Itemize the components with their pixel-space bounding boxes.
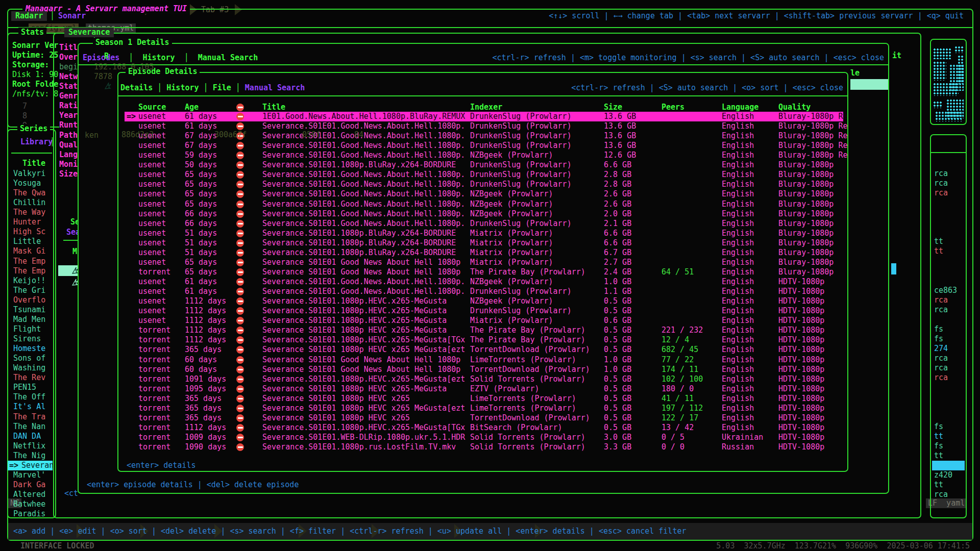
release-row[interactable]: torrent60 daysSeverance S01E01 Good News… — [125, 355, 843, 365]
series-row[interactable]: Mad Men — [8, 315, 53, 324]
release-age: 1112 days — [185, 316, 226, 325]
series-row-selected[interactable]: =>Severan — [8, 461, 53, 470]
series-row[interactable]: Batwhee — [8, 499, 53, 509]
episode-tab-manual-search[interactable]: Manual Search — [245, 83, 305, 92]
series-row[interactable]: Hunter — [8, 217, 53, 227]
release-row[interactable]: usenet67 daysSeverance.S01E01.Good.News.… — [125, 131, 843, 141]
season-tab-history[interactable]: History — [142, 53, 175, 62]
episode-tab-history[interactable]: History — [166, 83, 199, 92]
series-row[interactable]: The Off — [8, 392, 53, 402]
series-row[interactable]: Homeste — [8, 344, 53, 354]
episode-tab-file[interactable]: File — [213, 83, 231, 92]
managarr-tui: Tab #2Tab #3 config.yml themes.yml 192.1… — [0, 0, 980, 551]
series-row[interactable]: The Nan — [8, 422, 53, 432]
release-row[interactable]: usenet1112 daysSeverance.S01E01.1080p.HE… — [125, 316, 843, 325]
series-row[interactable]: Sons of — [8, 354, 53, 363]
tab-sonarr[interactable]: Sonarr — [58, 11, 86, 21]
tab-severance[interactable]: Severance — [64, 28, 114, 37]
release-source: usenet — [138, 306, 166, 316]
release-row[interactable]: torrent1091 daysSeverance.S01E01.1080p.H… — [125, 374, 843, 384]
release-row[interactable]: usenet65 daysSeverance.S01E01.Good.News.… — [125, 170, 843, 180]
release-age: 66 days — [185, 209, 217, 219]
release-row[interactable]: torrent1095 daysSeverance S01E01 1080p H… — [125, 384, 843, 394]
series-row[interactable]: Overflo — [8, 295, 53, 305]
release-row[interactable]: torrent1112 daysSeverance S01E01 1080p H… — [125, 325, 843, 335]
tab-radarr[interactable]: Radarr — [11, 11, 47, 21]
series-row[interactable]: The Emp — [8, 257, 53, 266]
scrollbar-thumb[interactable] — [891, 263, 896, 274]
release-row[interactable]: usenet59 daysSeverance.S01E01.Good.News.… — [125, 151, 843, 160]
series-row[interactable]: It's Al — [8, 402, 53, 412]
episode-tab-details[interactable]: Details — [120, 83, 153, 92]
release-row[interactable]: torrent365 daysSeverance S01E01 1080p HE… — [125, 404, 843, 413]
release-row[interactable]: usenet65 daysSeverance S01E01 Good News … — [125, 258, 843, 267]
release-row[interactable]: usenet51 daysSeverance.S01E01.1080p.BluR… — [125, 248, 843, 258]
series-row[interactable]: Marvel' — [8, 470, 53, 480]
release-indexer: NZBgeek (Prowlarr) — [470, 277, 553, 287]
series-row-label: The Tra — [13, 412, 45, 422]
episode-details-popup: Episode Details Details │ History │ File… — [117, 72, 848, 472]
episode-keybinds: <ctrl-r> refresh | <S> auto search | <o>… — [571, 83, 843, 93]
series-row[interactable]: Altered — [8, 490, 53, 499]
season-tab-manual-search[interactable]: Manual Search — [198, 53, 258, 62]
release-row[interactable]: usenet65 daysSeverance.S01E01.Good.News.… — [125, 180, 843, 189]
release-language: English — [722, 199, 754, 209]
stats-row: /nfs/tv: 8 — [12, 89, 58, 99]
series-row[interactable]: Flight — [8, 324, 53, 334]
release-row[interactable]: usenet61 daysSeverance.S01E01.Good.News.… — [125, 277, 843, 287]
release-row[interactable]: torrent365 daysSeverance S01E01 1080p HE… — [125, 413, 843, 423]
release-quality: HDTV-1080p — [778, 355, 824, 365]
release-language: English — [722, 365, 754, 374]
release-language: English — [722, 258, 754, 267]
series-row[interactable]: The Emp — [8, 266, 53, 276]
series-row[interactable]: Keijo!! — [8, 276, 53, 286]
release-row[interactable]: torrent365 daysSeverance S01E01 1080p HE… — [125, 394, 843, 404]
release-row[interactable]: usenet65 daysSeverance.S01E01.Good.News.… — [125, 189, 843, 199]
series-row[interactable]: Yosuga — [8, 179, 53, 188]
release-row[interactable]: torrent1112 daysSeverance.S01E01.1080p.H… — [125, 423, 843, 433]
release-row[interactable]: usenet67 daysSeverance.S01E01.Good.News.… — [125, 141, 843, 151]
series-row[interactable]: Paradis — [8, 509, 53, 519]
release-row[interactable]: usenet51 daysSeverance.S01E01.1080p.BluR… — [125, 229, 843, 238]
series-row[interactable]: The Gri — [8, 286, 53, 295]
series-row[interactable]: Washing — [8, 363, 53, 373]
series-row[interactable]: The Nig — [8, 451, 53, 461]
release-age: 59 days — [185, 151, 217, 160]
release-row[interactable]: usenet50 daysSeverance.S01E01.1080p.BluR… — [125, 160, 843, 170]
release-row[interactable]: usenet51 daysSeverance.S01E01.1080p.BluR… — [125, 238, 843, 248]
release-row[interactable]: torrent65 daysSeverance S01E01 Good News… — [125, 267, 843, 277]
release-row[interactable]: usenet61 daysSeverance.S01E01.Good.News.… — [125, 121, 843, 131]
series-row[interactable]: Mask Gi — [8, 246, 53, 256]
series-row[interactable]: High Sc — [8, 227, 53, 237]
release-row[interactable]: torrent1090 daysSeverance.S01E01.1080p.r… — [125, 442, 843, 452]
season-tab-episodes[interactable]: Episodes — [83, 53, 119, 62]
release-row[interactable]: usenet61 daysSeverance.S01E01.Good.News.… — [125, 287, 843, 296]
series-row[interactable]: Chillin — [8, 198, 53, 208]
series-row[interactable]: Dark Ga — [8, 480, 53, 490]
series-row[interactable]: DAN DA — [8, 432, 53, 441]
release-row[interactable]: usenet1112 daysSeverance.S01E01.1080p.HE… — [125, 306, 843, 316]
series-row[interactable]: PEN15 — [8, 383, 53, 392]
series-row[interactable]: The Qwa — [8, 188, 53, 198]
series-row[interactable]: Little — [8, 237, 53, 246]
sidebar-tab-library[interactable]: Library — [20, 137, 53, 147]
strip-row-fragment: tt — [934, 237, 943, 246]
release-row[interactable]: usenet66 daysSeverance.S01E01.Good.News.… — [125, 219, 843, 229]
series-row[interactable]: The Rev — [8, 373, 53, 383]
series-row[interactable]: Netflix — [8, 441, 53, 451]
release-row[interactable]: torrent365 daysSeverance S01E01 1080p HE… — [125, 345, 843, 355]
release-row[interactable]: torrent1112 daysSeverance.S01E01.1080p.H… — [125, 335, 843, 345]
release-row[interactable]: =>usenet61 days1E01.Good.News.About.Hell… — [125, 112, 843, 121]
series-row[interactable]: Sirens — [8, 334, 53, 344]
release-row[interactable]: usenet66 daysSeverance.S01E01.Good.News.… — [125, 209, 843, 219]
release-row[interactable]: torrent60 daysSeverance S01E01 Good News… — [125, 365, 843, 374]
release-title: Severance.S01E01.1080p.HEVC.x265-MeGusta — [262, 316, 447, 325]
series-row[interactable]: The Way — [8, 208, 53, 217]
series-row[interactable]: Valkyri — [8, 169, 53, 179]
series-row[interactable]: The Tra — [8, 412, 53, 422]
release-row[interactable]: usenet1112 daysSeverance.S01E01.1080p.HE… — [125, 296, 843, 306]
release-size: 13.6 GB — [604, 121, 636, 131]
release-row[interactable]: torrent1009 daysSeverance.S01E01.WEB-DLR… — [125, 433, 843, 442]
series-row[interactable]: Tsunami — [8, 305, 53, 315]
release-row[interactable]: usenet65 daysSeverance.S01E01.Good.News.… — [125, 199, 843, 209]
